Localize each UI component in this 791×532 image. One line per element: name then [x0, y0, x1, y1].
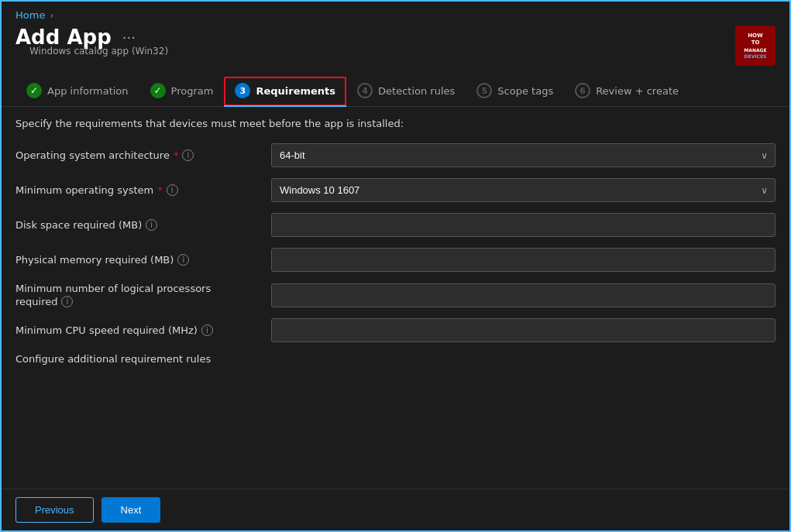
breadcrumb-separator: › — [50, 10, 53, 21]
tab-circle-5: 5 — [476, 83, 492, 98]
control-disk-space — [271, 213, 776, 237]
label-physical-memory: Physical memory required (MB) i — [15, 254, 263, 266]
tab-circle-4: 4 — [357, 83, 373, 98]
control-physical-memory — [271, 248, 776, 272]
info-icon-disk-space[interactable]: i — [146, 219, 157, 231]
content-area: Specify the requirements that devices mu… — [2, 107, 789, 489]
required-star-min-os: * — [157, 184, 163, 196]
dropdown-wrapper-min-os: Windows 10 1507 Windows 10 1607 Windows … — [271, 178, 776, 202]
tab-circle-3: 3 — [235, 83, 250, 98]
label-os-architecture: Operating system architecture * i — [15, 149, 263, 161]
logo-line4: DEVICES — [745, 53, 767, 59]
next-button[interactable]: Next — [101, 497, 161, 523]
dropdown-min-os[interactable]: Windows 10 1507 Windows 10 1607 Windows … — [271, 178, 776, 202]
info-icon-min-os[interactable]: i — [167, 184, 178, 196]
tab-label-program: Program — [171, 85, 214, 97]
config-link-text: Configure additional requirement rules — [15, 353, 211, 365]
ellipsis-menu[interactable]: ··· — [118, 28, 140, 47]
input-cpu-speed[interactable] — [271, 318, 776, 342]
tab-circle-2: ✓ — [150, 83, 166, 98]
dropdown-os-architecture[interactable]: 32-bit 64-bit 32-bit and 64-bit — [271, 143, 776, 167]
tab-requirements[interactable]: 3 Requirements — [224, 77, 346, 106]
input-logical-processors[interactable] — [271, 283, 776, 307]
logo-line1: HOW — [748, 33, 763, 39]
label-text-cpu-speed: Minimum CPU speed required (MHz) — [15, 324, 198, 336]
tab-label-app-information: App information — [47, 85, 129, 97]
info-icon-physical-memory[interactable]: i — [177, 254, 189, 266]
tab-review-create[interactable]: 6 Review + create — [564, 77, 690, 106]
dropdown-wrapper-os-arch: 32-bit 64-bit 32-bit and 64-bit ∨ — [271, 143, 776, 167]
page-wrapper: Home › Add App ··· Windows catalog app (… — [2, 2, 789, 530]
control-logical-processors — [271, 283, 776, 307]
required-star-os-arch: * — [174, 149, 179, 161]
tab-label-review-create: Review + create — [596, 85, 679, 97]
label-logical-processors: Minimum number of logical processors req… — [15, 283, 263, 307]
tab-label-detection-rules: Detection rules — [378, 85, 455, 97]
label-text-logical-processors-line2: required — [15, 296, 57, 307]
info-icon-os-arch[interactable]: i — [182, 149, 194, 161]
control-min-os: Windows 10 1507 Windows 10 1607 Windows … — [271, 178, 776, 202]
wizard-tabs: ✓ App information ✓ Program 3 Requiremen… — [2, 72, 789, 107]
previous-button[interactable]: Previous — [15, 497, 94, 523]
input-disk-space[interactable] — [271, 213, 776, 237]
info-icon-cpu-speed[interactable]: i — [201, 324, 213, 336]
label-text-logical-processors-line1: Minimum number of logical processors — [15, 283, 211, 294]
label-cpu-speed: Minimum CPU speed required (MHz) i — [15, 324, 263, 336]
app-logo: HOW TO MANAGE DEVICES — [735, 26, 776, 66]
title-area: Add App ··· Windows catalog app (Win32) … — [2, 24, 789, 72]
label-min-os: Minimum operating system * i — [15, 184, 263, 196]
label-text-disk-space: Disk space required (MB) — [15, 219, 142, 231]
form-row-min-os: Minimum operating system * i Windows 10 … — [15, 178, 776, 202]
tab-label-scope-tags: Scope tags — [497, 85, 553, 97]
tab-scope-tags[interactable]: 5 Scope tags — [466, 77, 564, 106]
tab-app-information[interactable]: ✓ App information — [15, 77, 139, 106]
breadcrumb: Home › — [2, 2, 789, 24]
input-physical-memory[interactable] — [271, 248, 776, 272]
tab-detection-rules[interactable]: 4 Detection rules — [346, 77, 466, 106]
info-icon-logical-processors[interactable]: i — [61, 296, 73, 307]
control-os-architecture: 32-bit 64-bit 32-bit and 64-bit ∨ — [271, 143, 776, 167]
tab-circle-1: ✓ — [26, 83, 42, 98]
label-disk-space: Disk space required (MB) i — [15, 219, 263, 231]
description-text: Specify the requirements that devices mu… — [15, 118, 776, 129]
logo-line2: TO — [751, 39, 760, 46]
tab-circle-6: 6 — [575, 83, 590, 98]
form-row-cpu-speed: Minimum CPU speed required (MHz) i — [15, 318, 776, 342]
label-text-os-architecture: Operating system architecture — [15, 149, 170, 161]
form-row-logical-processors: Minimum number of logical processors req… — [15, 283, 776, 307]
control-cpu-speed — [271, 318, 776, 342]
tab-label-requirements: Requirements — [256, 85, 335, 97]
config-link-row: Configure additional requirement rules — [15, 353, 776, 365]
form-row-os-architecture: Operating system architecture * i 32-bit… — [15, 143, 776, 167]
page-subtitle: Windows catalog app (Win32) — [15, 46, 168, 61]
footer: Previous Next — [2, 489, 789, 530]
tab-program[interactable]: ✓ Program — [139, 77, 225, 106]
form-row-disk-space: Disk space required (MB) i — [15, 213, 776, 237]
label-text-min-os: Minimum operating system — [15, 184, 153, 196]
form-row-physical-memory: Physical memory required (MB) i — [15, 248, 776, 272]
label-text-physical-memory: Physical memory required (MB) — [15, 254, 174, 266]
breadcrumb-home[interactable]: Home — [15, 9, 45, 21]
logo-line3: MANAGE — [744, 47, 766, 53]
